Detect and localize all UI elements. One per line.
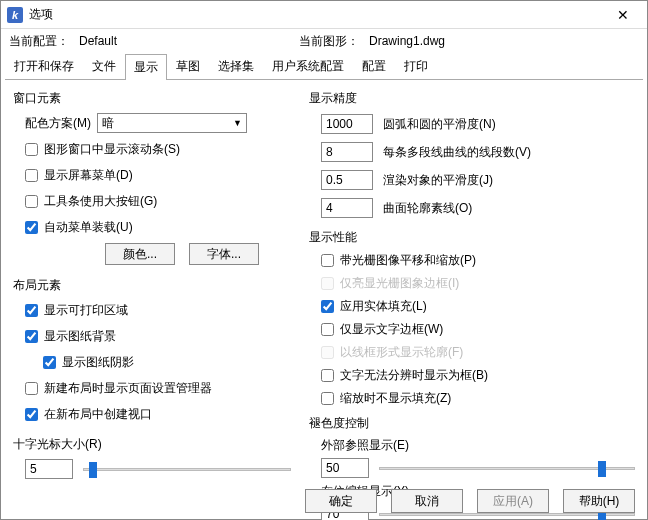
tab-display[interactable]: 显示 — [125, 54, 167, 80]
xref-fade-slider[interactable] — [379, 459, 635, 477]
xref-fade-label: 外部参照显示(E) — [321, 438, 635, 452]
titlebar: k 选项 ✕ — [1, 1, 647, 29]
cb-pan-zoom-raster[interactable]: 带光栅图像平移和缩放(P) — [321, 252, 635, 269]
apply-button[interactable]: 应用(A) — [477, 489, 549, 513]
cursor-size-input[interactable]: 5 — [25, 459, 73, 479]
cb-scrollbars[interactable]: 图形窗口中显示滚动条(S) — [25, 139, 291, 159]
cb-create-viewport[interactable]: 在新布局中创建视口 — [25, 404, 291, 424]
cb-solid-fill[interactable]: 应用实体填充(L) — [321, 298, 635, 315]
window-title: 选项 — [29, 6, 53, 23]
color-scheme-value: 暗 — [102, 113, 114, 133]
render-smooth-label: 渲染对象的平滑度(J) — [383, 169, 493, 191]
cb-wireframe-sil: 以线框形式显示轮廓(F) — [321, 344, 635, 361]
polyline-segs-input[interactable]: 8 — [321, 142, 373, 162]
current-config-value: Default — [79, 34, 259, 48]
cb-autoload-menu[interactable]: 自动菜单装载(U) — [25, 217, 291, 237]
xref-fade-input[interactable]: 50 — [321, 458, 369, 478]
contour-lines-label: 曲面轮廓素线(O) — [383, 197, 472, 219]
contour-lines-input[interactable]: 4 — [321, 198, 373, 218]
tab-files[interactable]: 文件 — [83, 53, 125, 79]
cb-text-frame[interactable]: 仅显示文字边框(W) — [321, 321, 635, 338]
tab-drafting[interactable]: 草图 — [167, 53, 209, 79]
tab-profiles[interactable]: 配置 — [353, 53, 395, 79]
tab-open-save[interactable]: 打开和保存 — [5, 53, 83, 79]
arc-smoothness-input[interactable]: 1000 — [321, 114, 373, 134]
cb-paper-shadow[interactable]: 显示图纸阴影 — [43, 352, 291, 372]
cb-highlight-raster: 仅亮显光栅图象边框(I) — [321, 275, 635, 292]
config-row: 当前配置： Default 当前图形： Drawing1.dwg — [1, 29, 647, 53]
group-display-performance: 显示性能 — [309, 229, 635, 246]
arc-smoothness-label: 圆弧和圆的平滑度(N) — [383, 113, 496, 135]
group-layout-elements: 布局元素 — [13, 277, 291, 294]
app-icon: k — [7, 7, 23, 23]
cb-paper-bg[interactable]: 显示图纸背景 — [25, 326, 291, 346]
current-drawing-label: 当前图形： — [299, 33, 369, 50]
cb-page-setup-mgr[interactable]: 新建布局时显示页面设置管理器 — [25, 378, 291, 398]
color-scheme-select[interactable]: 暗 ▼ — [97, 113, 247, 133]
tab-plot[interactable]: 打印 — [395, 53, 437, 79]
chevron-down-icon: ▼ — [233, 113, 242, 133]
fonts-button[interactable]: 字体... — [189, 243, 259, 265]
cb-screen-menu[interactable]: 显示屏幕菜单(D) — [25, 165, 291, 185]
cb-printable-area[interactable]: 显示可打印区域 — [25, 300, 291, 320]
cancel-button[interactable]: 取消 — [391, 489, 463, 513]
cb-large-buttons[interactable]: 工具条使用大按钮(G) — [25, 191, 291, 211]
cursor-size-slider[interactable] — [83, 460, 291, 478]
help-button[interactable]: 帮助(H) — [563, 489, 635, 513]
tab-user-pref[interactable]: 用户系统配置 — [263, 53, 353, 79]
ok-button[interactable]: 确定 — [305, 489, 377, 513]
group-window-elements: 窗口元素 — [13, 90, 291, 107]
color-scheme-label: 配色方案(M) — [25, 113, 91, 133]
group-fade-control: 褪色度控制 — [309, 415, 635, 432]
render-smooth-input[interactable]: 0.5 — [321, 170, 373, 190]
cursor-size-label: 十字光标大小(R) — [13, 436, 291, 453]
dialog-footer: 确定 取消 应用(A) 帮助(H) — [305, 489, 635, 513]
cb-text-as-box[interactable]: 文字无法分辨时显示为框(B) — [321, 367, 635, 384]
tabstrip: 打开和保存 文件 显示 草图 选择集 用户系统配置 配置 打印 — [5, 53, 643, 80]
current-config-label: 当前配置： — [9, 33, 79, 50]
tab-selection[interactable]: 选择集 — [209, 53, 263, 79]
colors-button[interactable]: 颜色... — [105, 243, 175, 265]
group-display-precision: 显示精度 — [309, 90, 635, 107]
polyline-segs-label: 每条多段线曲线的线段数(V) — [383, 141, 531, 163]
cb-no-fill-zoom[interactable]: 缩放时不显示填充(Z) — [321, 390, 635, 407]
current-drawing-value: Drawing1.dwg — [369, 34, 549, 48]
close-button[interactable]: ✕ — [605, 7, 641, 23]
